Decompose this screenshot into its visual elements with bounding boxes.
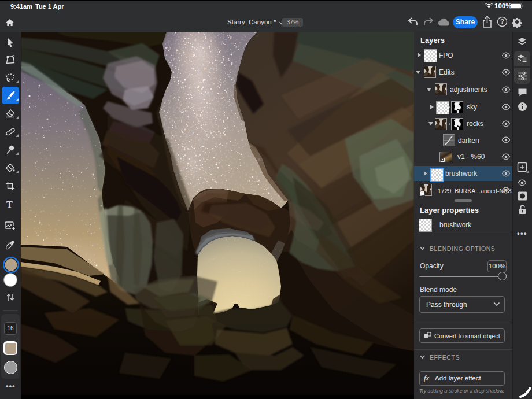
- svg-text:?: ?: [500, 18, 504, 25]
